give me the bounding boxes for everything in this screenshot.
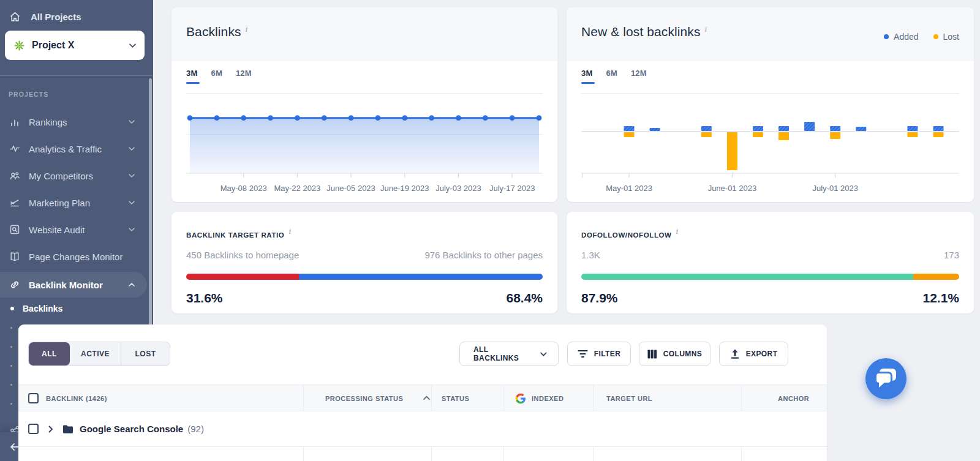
backlinks-line-chart: May-08 2023May-22 2023June-05 2023June-1…: [186, 98, 543, 201]
added-bar: [804, 122, 815, 131]
dofollow-title: DOFOLLOW/NOFOLLOW: [581, 231, 672, 239]
data-point: [322, 115, 327, 121]
sidebar-item-my-competitors[interactable]: My Competitors: [0, 163, 147, 189]
new-lost-card: New & lost backlinksi Added Lost 3M 6M 1…: [567, 7, 974, 202]
tick-label: May-01 2023: [606, 184, 652, 193]
dofollow-percent: 87.9%: [581, 291, 618, 305]
pulse-icon: [9, 143, 20, 154]
tab-12m[interactable]: 12M: [236, 69, 252, 84]
tab-12m[interactable]: 12M: [631, 69, 647, 84]
link-icon: [9, 279, 20, 290]
select-all-checkbox[interactable]: [28, 393, 39, 403]
export-button[interactable]: EXPORT: [719, 342, 788, 366]
data-point: [214, 115, 219, 121]
column-header-processing-status[interactable]: PROCESSING STATUS: [325, 385, 403, 412]
row-checkbox[interactable]: [28, 424, 39, 434]
column-header-indexed[interactable]: INDEXED: [532, 385, 564, 412]
dofollow-bar: [581, 274, 959, 280]
sidebar-item-analytics-traffic[interactable]: Analytics & Traffic: [0, 136, 147, 162]
dofollow-card: DOFOLLOW/NOFOLLOWi 1.3K 173 87.9% 12.1%: [567, 212, 974, 313]
sidebar-item-website-audit[interactable]: Website Audit: [0, 217, 147, 242]
tick-label: June-19 2023: [380, 184, 429, 193]
export-icon: [730, 349, 740, 359]
added-bar: [650, 128, 660, 131]
homepage-bar-segment: [186, 274, 299, 280]
column-header-backlink[interactable]: BACKLINK (1426): [46, 385, 107, 412]
column-header-anchor[interactable]: ANCHOR: [778, 385, 809, 412]
lost-bar: [727, 132, 737, 170]
sidebar-subitem-backlinks[interactable]: Backlinks: [0, 299, 147, 318]
sort-asc-icon[interactable]: [423, 395, 430, 400]
tab-6m[interactable]: 6M: [606, 69, 617, 84]
project-name: Project X: [32, 40, 123, 51]
filter-icon: [578, 350, 588, 358]
lost-bar: [830, 132, 840, 139]
added-bar: [933, 126, 944, 131]
table-row[interactable]: Google Search Console (92): [18, 411, 827, 447]
filter-button[interactable]: FILTER: [567, 342, 631, 366]
data-point: [375, 115, 381, 121]
other-pages-bar-segment: [299, 274, 543, 280]
segment-lost[interactable]: LOST: [121, 342, 170, 365]
chevron-down-icon: [129, 174, 135, 178]
google-icon: [515, 393, 526, 404]
new-lost-period-tabs: 3M 6M 12M: [581, 69, 647, 84]
tab-3m[interactable]: 3M: [581, 69, 592, 84]
book-icon: [9, 251, 20, 262]
bar-chart-icon: [9, 116, 20, 127]
homepage-percent: 31.6%: [186, 291, 223, 305]
expand-chevron-icon[interactable]: [48, 425, 53, 433]
all-projects-link[interactable]: All Projects: [0, 5, 153, 28]
column-header-status[interactable]: STATUS: [442, 385, 469, 412]
segment-all[interactable]: ALL: [29, 342, 70, 365]
columns-icon: [647, 350, 657, 359]
area-fill: [190, 118, 539, 173]
chat-bubble-icon: [875, 372, 892, 384]
info-icon[interactable]: i: [288, 227, 291, 236]
backlinks-chart[interactable]: May-08 2023May-22 2023June-05 2023June-1…: [186, 98, 543, 203]
columns-button[interactable]: COLUMNS: [639, 342, 710, 366]
projects-section-label: PROJECTS: [9, 91, 48, 98]
info-icon[interactable]: i: [246, 24, 248, 34]
sidebar-item-page-changes-monitor[interactable]: Page Changes Monitor: [0, 244, 147, 269]
segment-active[interactable]: ACTIVE: [70, 342, 121, 365]
added-bar: [753, 126, 763, 131]
legend-added[interactable]: Added: [884, 32, 918, 42]
homepage-backlinks-value: 450 Backlinks to homepage: [186, 250, 299, 260]
row-group-count: (92): [187, 424, 204, 434]
plan-icon: [9, 197, 20, 208]
bullet-icon: [10, 327, 12, 329]
other-pages-percent: 68.4%: [506, 291, 543, 305]
target-ratio-card: BACKLINK TARGET RATIOi 450 Backlinks to …: [172, 212, 557, 313]
sidebar-item-rankings[interactable]: Rankings: [0, 109, 147, 135]
tick-label: July-17 2023: [489, 184, 535, 193]
other-pages-backlinks-value: 976 Backlinks to other pages: [424, 250, 543, 260]
project-selector[interactable]: Project X: [5, 31, 145, 60]
tick-label: May-08 2023: [221, 184, 267, 193]
column-header-target-url[interactable]: TARGET URL: [606, 385, 652, 412]
tab-6m[interactable]: 6M: [211, 69, 222, 84]
lost-bar: [933, 132, 944, 137]
divider: [186, 93, 543, 94]
new-lost-chart[interactable]: May-01 2023June-01 2023July-01 2023: [581, 98, 959, 203]
status-segmented-control: ALL ACTIVE LOST: [28, 342, 170, 366]
scope-dropdown[interactable]: ALL BACKLINKS: [459, 342, 559, 366]
chevron-down-icon: [129, 120, 135, 124]
info-icon[interactable]: i: [676, 227, 679, 236]
data-point: [241, 115, 246, 121]
sidebar-item-backlink-monitor[interactable]: Backlink Monitor: [0, 272, 147, 298]
added-bar: [624, 126, 635, 131]
chevron-up-icon: [129, 283, 135, 287]
bullet-icon: [10, 307, 14, 310]
info-icon[interactable]: i: [705, 24, 707, 34]
tab-3m[interactable]: 3M: [186, 69, 197, 84]
chart-legend: Added Lost: [884, 32, 959, 42]
data-point: [295, 115, 300, 121]
chat-widget-button[interactable]: [865, 358, 907, 399]
nofollow-bar-segment: [913, 274, 959, 280]
sidebar-item-marketing-plan[interactable]: Marketing Plan: [0, 190, 147, 216]
added-bar: [778, 126, 789, 131]
legend-lost[interactable]: Lost: [933, 32, 959, 42]
tick-label: July-01 2023: [812, 184, 858, 193]
bullet-icon: [10, 346, 12, 348]
